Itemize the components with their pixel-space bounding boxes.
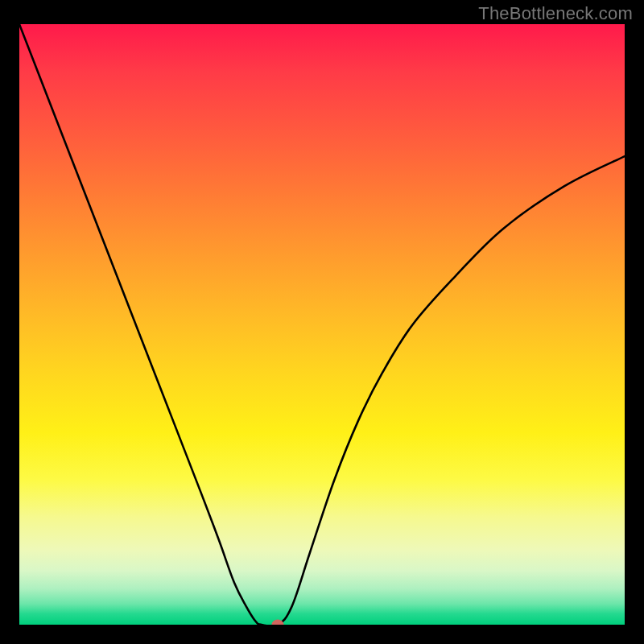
- chart-frame: TheBottleneck.com: [0, 0, 644, 644]
- plot-area: [19, 24, 625, 625]
- watermark-text: TheBottleneck.com: [478, 3, 633, 24]
- bottleneck-curve: [19, 24, 625, 625]
- marker-dot: [272, 620, 284, 625]
